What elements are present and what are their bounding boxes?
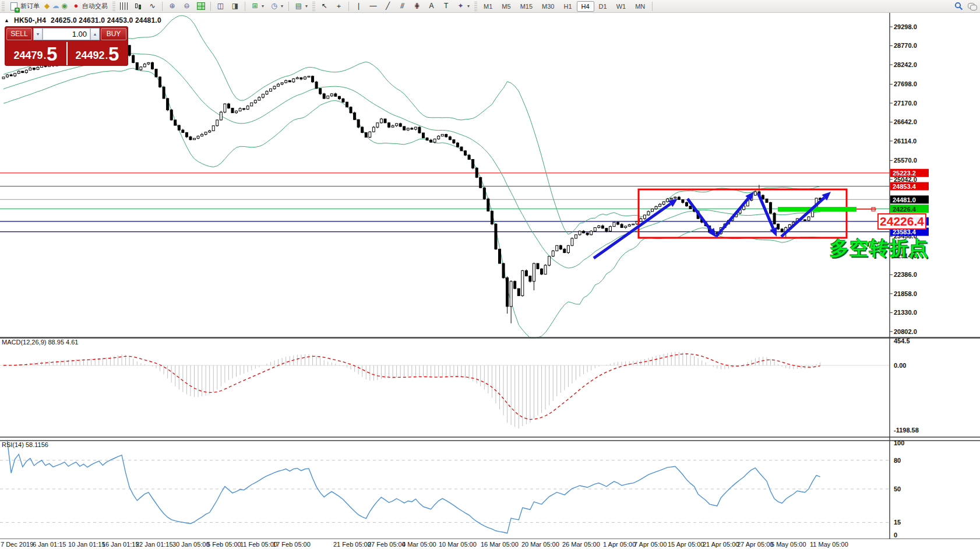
candle-body — [2, 77, 5, 79]
timeframe-d1-button[interactable]: D1 — [594, 1, 612, 12]
new-chart-button[interactable]: ⊞▾ — [248, 1, 267, 12]
template-icon: ▤ — [294, 2, 303, 10]
fibonacci-tool-button[interactable]: ⋕ — [410, 1, 424, 12]
macd-axis-label: 454.5 — [894, 337, 910, 344]
arrange-windows-button[interactable]: ◫ — [213, 1, 228, 12]
candle-body — [273, 86, 276, 89]
candle-body — [422, 133, 425, 138]
timeframe-m5-button[interactable]: M5 — [497, 1, 515, 12]
candle-body — [334, 94, 337, 96]
period-button[interactable]: ◷▾ — [267, 1, 286, 12]
price-callout-label[interactable]: 24226.4 — [877, 213, 926, 230]
channel-tool-button[interactable]: ⫻ — [395, 1, 410, 12]
text-icon: A — [427, 2, 436, 10]
tile-windows-button[interactable] — [194, 1, 208, 12]
candle-body — [288, 80, 291, 82]
candle-body — [430, 140, 432, 142]
timeframe-m15-button[interactable]: M15 — [516, 1, 537, 12]
auto-scroll-button[interactable]: ◨ — [228, 1, 242, 12]
volume-increase-button[interactable]: ▲ — [90, 28, 100, 40]
vline-tool-button[interactable]: | — [351, 1, 366, 12]
ohlc-readout: 24625.0 24631.0 24453.0 24481.0 — [51, 16, 161, 24]
candle-body — [552, 251, 554, 256]
candle-body — [682, 199, 684, 202]
macd-signal-line — [3, 354, 820, 419]
new-order-button[interactable]: 新订单 — [6, 1, 43, 12]
trend-arrow[interactable] — [716, 198, 748, 237]
sell-price-button[interactable]: 24479 . 5 — [6, 43, 65, 65]
chevron-down-icon: ▾ — [262, 3, 264, 9]
buy-price-button[interactable]: 24492 . 5 — [68, 43, 126, 65]
sell-price-main: 24479 — [14, 48, 43, 63]
template-button[interactable]: ▤▾ — [291, 1, 311, 12]
auto-trading-button[interactable]: ⏺ 自动交易 — [69, 1, 111, 12]
text-tool-button[interactable]: A — [424, 1, 439, 12]
time-axis[interactable]: 7 Dec 20196 Jan 01:1510 Jan 01:1516 Jan … — [0, 539, 980, 549]
chart-canvas[interactable]: 29298.028770.028242.027698.027170.026642… — [0, 13, 980, 549]
toolbar-grip[interactable] — [312, 2, 315, 11]
trendline-tool-button[interactable]: ╱ — [380, 1, 395, 12]
candle-body — [685, 202, 688, 206]
arrows-tool-button[interactable]: ✦▾ — [453, 1, 473, 12]
candle-body — [140, 67, 142, 70]
time-axis-label: 7 Dec 2019 — [1, 541, 33, 548]
candlestick-chart-button[interactable] — [131, 1, 145, 12]
candle-body — [777, 224, 780, 229]
timeframe-mn-button[interactable]: MN — [630, 1, 650, 12]
range-box-annotation[interactable] — [639, 189, 847, 238]
label-tool-button[interactable]: T — [439, 1, 453, 12]
timeframe-m1-button[interactable]: M1 — [479, 1, 497, 12]
candle-body — [667, 199, 669, 202]
symbol-timeframe: HK50-,H4 — [14, 16, 46, 24]
hline-tool-button[interactable]: — — [366, 1, 380, 12]
market-watch-icon[interactable]: ◆ — [43, 2, 51, 10]
time-axis-label: 4 Mar 05:00 — [402, 541, 436, 548]
tile-windows-icon — [197, 2, 205, 10]
timeframe-w1-button[interactable]: W1 — [612, 1, 631, 12]
candle-body — [773, 213, 775, 224]
zoom-in-button[interactable]: ⊕ — [165, 1, 179, 12]
new-order-label: 新订单 — [20, 2, 40, 10]
timeframe-h1-button[interactable]: H1 — [559, 1, 576, 12]
sell-button[interactable]: SELL — [6, 28, 32, 40]
crosshair-tool-button[interactable]: ＋ — [332, 1, 346, 12]
candle-body — [350, 107, 352, 113]
trend-arrow[interactable] — [688, 199, 711, 230]
candle-body — [254, 100, 256, 103]
candle-body — [25, 70, 27, 72]
arrange-windows-icon: ◫ — [216, 2, 225, 10]
cursor-tool-button[interactable]: ↖ — [317, 1, 332, 12]
candle-body — [453, 140, 455, 143]
candle-body — [388, 123, 390, 127]
price-tick-label: 25570.0 — [894, 157, 917, 164]
collapse-panel-icon[interactable]: ▲ — [4, 17, 9, 23]
candle-body — [544, 265, 547, 274]
candle-body — [495, 224, 497, 249]
toolbar-grip[interactable] — [2, 2, 5, 11]
cursor-icon: ↖ — [320, 2, 329, 10]
timeframe-m30-button[interactable]: M30 — [537, 1, 559, 12]
support-bar-annotation[interactable] — [778, 207, 856, 212]
line-chart-button[interactable]: ∿ — [145, 1, 160, 12]
candle-body — [594, 227, 596, 231]
zoom-out-button[interactable]: ⊖ — [179, 1, 194, 12]
chat-icon[interactable] — [968, 3, 977, 10]
buy-button[interactable]: BUY — [101, 28, 126, 40]
toolbar-grip[interactable] — [112, 2, 115, 11]
price-tick-label: 27170.0 — [894, 100, 917, 107]
trend-arrow[interactable] — [781, 198, 824, 237]
timeframe-h4-button[interactable]: H4 — [577, 1, 594, 12]
candle-body — [583, 231, 585, 233]
data-window-icon[interactable]: ☁ — [51, 2, 60, 10]
label-icon: T — [442, 2, 450, 10]
candle-body — [563, 249, 566, 252]
bar-chart-button[interactable] — [117, 1, 131, 12]
candle-body — [369, 132, 371, 137]
toolbar-grip[interactable] — [474, 2, 477, 11]
volume-decrease-button[interactable]: ▼ — [33, 28, 43, 40]
volume-input[interactable]: 1.00 — [43, 28, 90, 40]
search-icon[interactable] — [954, 2, 963, 10]
candle-body — [689, 206, 692, 209]
navigator-icon[interactable]: ◉ — [60, 2, 69, 10]
candle-body — [296, 78, 298, 79]
